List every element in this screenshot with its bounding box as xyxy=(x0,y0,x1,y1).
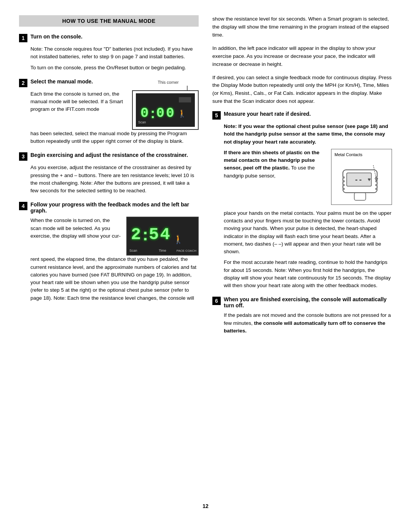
step-4-number: 4 xyxy=(19,202,27,210)
handgrip-image-box: Metal Contacts -- ♥ xyxy=(331,149,392,205)
scan-label-1: Scan xyxy=(138,120,146,125)
svg-point-12 xyxy=(375,188,378,190)
handgrip-svg: -- ♥ xyxy=(335,158,388,202)
step-5: 5 Measure your heart rate if desired. No… xyxy=(212,111,392,289)
step-1-para1: Note: The console requires four "D" batt… xyxy=(30,45,199,61)
page: HOW TO USE THE MANUAL MODE 1 Turn on the… xyxy=(0,0,411,532)
svg-line-13 xyxy=(373,165,376,179)
svg-text:♥: ♥ xyxy=(368,176,371,182)
svg-text:--: -- xyxy=(354,176,363,184)
right-para2: In addition, the left pace indicator wil… xyxy=(212,45,392,69)
heart-section-text: If there are thin sheets of plastic on t… xyxy=(224,149,326,180)
step-4: 4 Follow your progress with the feedback… xyxy=(19,201,199,302)
step-3-title: Begin exercising and adjust the resistan… xyxy=(30,152,188,158)
step-2-text-after: has been selected, select the manual mod… xyxy=(30,130,199,145)
step-6-title: When you are finished exercising, the co… xyxy=(224,296,392,308)
step-3-para1: As you exercise, adjust the resistance o… xyxy=(30,164,199,195)
step-1-para2: To turn on the console, press the On/Res… xyxy=(30,64,199,72)
step-3-number: 3 xyxy=(19,152,27,161)
step-5-number: 5 xyxy=(212,111,221,120)
svg-rect-14 xyxy=(354,193,366,200)
step-5-para-reading: For the most accurate heart rate reading… xyxy=(224,259,392,289)
step-5-title: Measure your heart rate if desired. xyxy=(224,111,311,117)
step-6-para: If the pedals are not moved and the cons… xyxy=(224,312,392,335)
step-2: 2 Select the manual mode. Each time the … xyxy=(19,78,199,145)
step-6-number: 6 xyxy=(212,297,221,305)
page-number: 12 xyxy=(19,503,392,509)
pace-label: PACE COACH xyxy=(177,249,196,253)
step-6: 6 When you are finished exercising, the … xyxy=(212,296,392,335)
step-2-title: Select the manual mode. xyxy=(30,78,93,85)
display-box-1: 0 : 0 0 🚶 Scan xyxy=(132,90,199,130)
svg-point-6 xyxy=(342,180,345,182)
step-2-number: 2 xyxy=(19,79,27,87)
step-1-number: 1 xyxy=(19,34,27,42)
step-3: 3 Begin exercising and adjust the resist… xyxy=(19,152,199,195)
step-5-note-bold: Note: If you wear the optional chest pul… xyxy=(224,123,388,145)
right-para3: If desired, you can select a single feed… xyxy=(212,74,392,106)
metal-contacts-label: Metal Contacts xyxy=(335,152,362,158)
step-4-text-after: rent speed, the elapsed time, the distan… xyxy=(30,256,199,302)
blank-corner xyxy=(179,97,191,102)
display-box-2: 2 : 5 4 🚶 Scan Time PACE COACH xyxy=(126,217,199,256)
step-1: 1 Turn on the console. Note: The console… xyxy=(19,34,199,72)
svg-point-8 xyxy=(342,188,345,190)
step-2-text-before: Each time the console is turned on, the … xyxy=(30,90,127,113)
section-header: HOW TO USE THE MANUAL MODE xyxy=(19,15,199,27)
svg-point-5 xyxy=(342,176,345,179)
scan-label-2: Scan xyxy=(129,248,137,254)
svg-point-7 xyxy=(342,184,345,186)
step-5-para-after: place your hands on the metal contacts. … xyxy=(224,209,392,256)
svg-point-11 xyxy=(375,184,378,186)
step-4-text-before: When the console is turned on, the scan … xyxy=(30,217,122,240)
step-1-title: Turn on the console. xyxy=(30,34,83,40)
right-intro-para: show the resistance level for six second… xyxy=(212,15,392,39)
right-column: show the resistance level for six second… xyxy=(212,15,392,494)
left-column: HOW TO USE THE MANUAL MODE 1 Turn on the… xyxy=(19,15,199,494)
time-label: Time xyxy=(159,248,166,254)
step-4-title: Follow your progress with the feedback m… xyxy=(30,201,199,214)
heart-rate-section: If there are thin sheets of plastic on t… xyxy=(224,149,392,205)
